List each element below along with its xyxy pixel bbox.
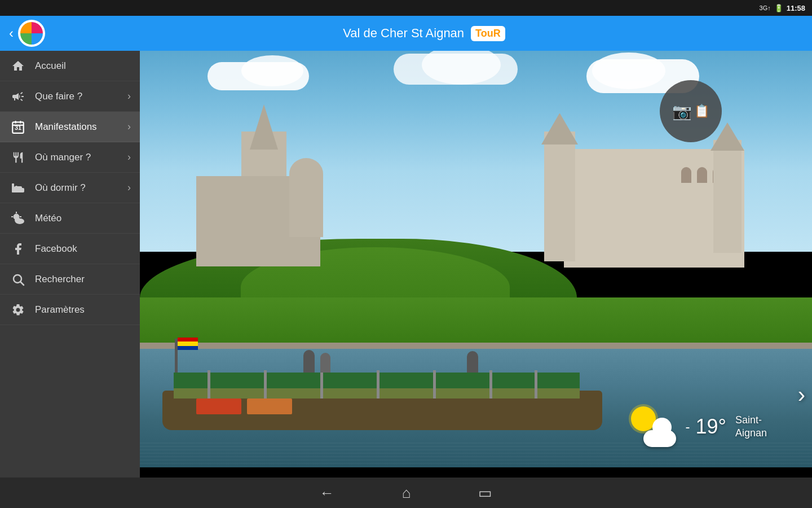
sidebar-item-parametres[interactable]: Paramètres (0, 295, 140, 325)
back-button[interactable]: ‹ (9, 25, 14, 41)
nav-home-button[interactable]: ⌂ (402, 484, 411, 502)
sidebar-label-que-faire: Que faire ? (35, 91, 127, 102)
weather-icon-container (631, 406, 676, 447)
bullhorn-icon (9, 87, 27, 106)
page-title: Val de Cher St Aignan (343, 26, 464, 41)
postcard-icon: 📋 (694, 104, 709, 119)
sidebar-label-ou-manger: Où manger ? (35, 152, 127, 163)
app-logo (18, 20, 45, 47)
gear-icon (9, 301, 27, 319)
sidebar-label-accueil: Accueil (35, 60, 131, 72)
barge-cargo-orange (247, 398, 292, 414)
sidebar-label-meteo: Météo (35, 213, 131, 224)
next-slide-button[interactable]: › (798, 382, 805, 408)
sidebar-item-meteo[interactable]: Météo (0, 203, 140, 234)
sidebar-item-que-faire[interactable]: Que faire ? › (0, 81, 140, 112)
sidebar-label-ou-dormir: Où dormir ? (35, 182, 127, 194)
nav-back-button[interactable]: ← (320, 484, 334, 502)
bed-icon (9, 179, 27, 197)
battery-icon: 🔋 (774, 4, 783, 12)
sidebar-item-facebook[interactable]: Facebook (0, 234, 140, 264)
weather-dash: - (685, 419, 690, 435)
sidebar-item-rechercher[interactable]: Rechercher (0, 264, 140, 295)
nav-recent-button[interactable]: ▭ (478, 484, 492, 502)
weather-icon (9, 209, 27, 227)
sidebar-label-manifestations: Manifestations (35, 121, 127, 133)
pole-2 (264, 370, 267, 398)
pole-5 (433, 370, 436, 398)
facebook-icon (9, 240, 27, 258)
chateau-tower-roof (541, 113, 578, 144)
bottom-nav-bar: ← ⌂ ▭ (0, 478, 812, 508)
chevron-down-icon-manger: › (127, 151, 131, 163)
weather-location: Saint-Aignan (735, 414, 767, 440)
pole-4 (377, 370, 379, 398)
chevron-down-icon-manifestations: › (127, 121, 131, 133)
svg-point-15 (15, 217, 20, 223)
weather-temperature: 19° (695, 415, 726, 439)
person-2 (320, 353, 330, 373)
calendar-icon: 31 (9, 118, 27, 136)
pole-6 (489, 370, 492, 398)
camera-icon: 📷 (672, 102, 692, 121)
church-apse (289, 158, 323, 237)
photo-badge[interactable]: 📷 📋 (660, 80, 722, 142)
sidebar-item-ou-dormir[interactable]: Où dormir ? › (0, 173, 140, 203)
chateau-tower-right (713, 140, 742, 253)
clock: 11:58 (787, 4, 805, 12)
window-3 (697, 167, 707, 183)
person-1 (303, 350, 315, 373)
home-icon (9, 57, 27, 75)
status-bar: 3G↑ 🔋 11:58 (0, 0, 812, 16)
weather-temp-group: - 19° (685, 415, 726, 439)
signal-icon: 3G↑ (760, 5, 771, 11)
church-spire (250, 104, 278, 150)
weather-location-container: Saint-Aignan (735, 414, 767, 440)
fork-icon (9, 148, 27, 167)
chevron-down-icon: › (127, 90, 131, 102)
sidebar-label-facebook: Facebook (35, 243, 131, 255)
search-icon (9, 270, 27, 288)
chateau-tower-left (544, 132, 575, 261)
svg-point-8 (15, 186, 17, 188)
pole-7 (535, 370, 537, 398)
main-content: 📷 📋 - 19° Saint-Aignan › (140, 51, 812, 498)
sidebar-label-rechercher: Rechercher (35, 274, 131, 285)
sidebar: Accueil Que faire ? › 31 Manifestations … (0, 16, 140, 508)
tour-logo: TouR (471, 26, 505, 41)
weather-widget[interactable]: - 19° Saint-Aignan (631, 406, 767, 447)
sidebar-item-ou-manger[interactable]: Où manger ? › (0, 142, 140, 173)
svg-line-17 (21, 282, 24, 285)
svg-rect-6 (12, 183, 14, 192)
pole-3 (320, 370, 323, 398)
sidebar-label-parametres: Paramètres (35, 304, 131, 316)
person-3 (467, 351, 478, 373)
barge-cargo-red (196, 398, 241, 414)
sidebar-item-manifestations[interactable]: 31 Manifestations › (0, 112, 140, 142)
window-4 (681, 167, 691, 183)
pole-1 (208, 370, 210, 398)
sidebar-item-accueil[interactable]: Accueil (0, 51, 140, 81)
grass-strip (140, 297, 812, 343)
chevron-down-icon-dormir: › (127, 182, 131, 194)
flag-eu (178, 338, 198, 350)
header-bar: ‹ Val de Cher St Aignan TouR (0, 16, 812, 51)
header-title-area: Val de Cher St Aignan TouR (45, 26, 803, 41)
